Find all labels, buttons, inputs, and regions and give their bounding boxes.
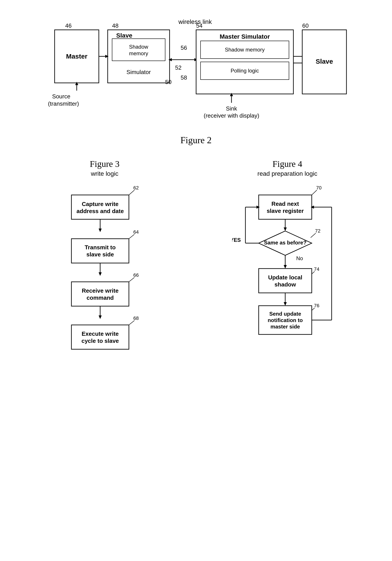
figure4-diagram: 70 Read next slave register 72 Same as b… [232, 184, 343, 394]
figure3-title: Figure 3 [90, 159, 120, 169]
figure2-title: Figure 2 [180, 135, 212, 145]
fig3-box-64 [71, 239, 129, 263]
fig3-label-66-2: command [87, 294, 114, 301]
bracket-66 [129, 277, 134, 282]
figure2-section: wireless link 46 48 54 60 Master Slave S… [13, 15, 379, 145]
fig4-num-70: 70 [316, 185, 321, 191]
sink-label-line2: (receiver with display) [204, 112, 259, 119]
source-label-line1: Source [52, 93, 70, 100]
arrowhead4-1 [284, 227, 287, 231]
slave-right-label: Slave [316, 58, 333, 65]
num-50: 50 [165, 79, 172, 85]
bracket-62 [129, 190, 134, 195]
wireless-link-label: wireless link [178, 18, 212, 25]
bracket-68 [129, 321, 134, 325]
fig3-label-64-2: slave side [87, 251, 114, 258]
fig4-box-70 [259, 195, 312, 219]
fig4-label-74-1: Update local [268, 274, 302, 281]
arrowhead4-3 [284, 302, 287, 306]
bracket-70 [312, 190, 317, 195]
fig4-label-74-2: shadow [274, 281, 296, 288]
figure4-subtitle: read preparation logic [257, 170, 317, 177]
arrowhead1 [98, 228, 102, 232]
num-54: 54 [196, 22, 203, 29]
arrowhead3 [98, 315, 102, 319]
fig3-label-68-2: cycle to slave [82, 337, 119, 344]
master-sim-label: Master Simulator [219, 33, 270, 40]
shadow-memory-right-label: Shadow memory [225, 47, 264, 53]
fig3-label-62-1: Capture write [82, 201, 119, 207]
bracket-72 [311, 233, 316, 237]
figure3-col: Figure 3 write logic 62 Capture write ad… [17, 159, 192, 394]
fig4-label-76-3: master side [270, 324, 300, 330]
fig4-box-74 [259, 269, 312, 293]
arrowhead4-2 [284, 265, 287, 269]
arrowhead2 [98, 272, 102, 276]
num-52: 52 [175, 64, 182, 71]
num-56: 56 [181, 44, 187, 51]
fig4-label-76-2: notification to [268, 317, 303, 323]
fig3-num-64: 64 [133, 229, 139, 235]
slave-top-label: Slave [116, 32, 132, 39]
fig3-label-68-1: Execute write [82, 330, 119, 337]
no-label: No [296, 255, 303, 261]
shadow-memory-left-label1: Shadow [129, 44, 148, 50]
polling-logic-label: Polling logic [230, 68, 259, 74]
bracket-64 [129, 234, 134, 239]
num-58: 58 [181, 74, 187, 81]
figure2-diagram: wireless link 46 48 54 60 Master Slave S… [41, 15, 351, 130]
shadow-memory-left-box [112, 39, 165, 61]
page: wireless link 46 48 54 60 Master Slave S… [0, 0, 392, 561]
fig4-label-72: Same as before? [264, 240, 306, 246]
figure3-diagram: 62 Capture write address and date 64 Tra… [58, 184, 151, 394]
fig3-box-68 [71, 325, 129, 349]
fig3-box-66 [71, 282, 129, 306]
shadow-memory-left-label2: memory [129, 50, 148, 56]
simulator-label: Simulator [126, 69, 151, 75]
yes-label: YES [232, 237, 241, 243]
master-label: Master [66, 53, 87, 60]
source-label-line2: (transmitter) [48, 100, 79, 107]
fig4-label-76-1: Send update [269, 311, 301, 317]
fig4-label-70-2: slave register [267, 207, 304, 214]
figure4-col: Figure 4 read preparation logic 70 Read … [200, 159, 375, 394]
fig3-label-66-1: Receive write [82, 287, 119, 294]
fig3-label-64-1: Transmit to [85, 244, 116, 251]
figures-row: Figure 3 write logic 62 Capture write ad… [13, 159, 379, 394]
fig3-num-68: 68 [133, 315, 139, 321]
figure4-title: Figure 4 [272, 159, 302, 169]
fig3-label-62-2: address and date [76, 208, 124, 215]
sink-label-line1: Sink [226, 105, 237, 112]
num-46: 46 [65, 22, 72, 29]
fig4-label-70-1: Read next [272, 201, 299, 207]
fig4-num-76: 76 [314, 303, 319, 308]
fig3-num-62: 62 [133, 185, 139, 191]
fig4-num-72: 72 [315, 228, 320, 234]
num-60: 60 [302, 22, 309, 29]
fig4-num-74: 74 [314, 266, 319, 272]
fig3-num-66: 66 [133, 272, 139, 278]
num-48: 48 [112, 22, 119, 29]
figure3-subtitle: write logic [91, 170, 118, 177]
